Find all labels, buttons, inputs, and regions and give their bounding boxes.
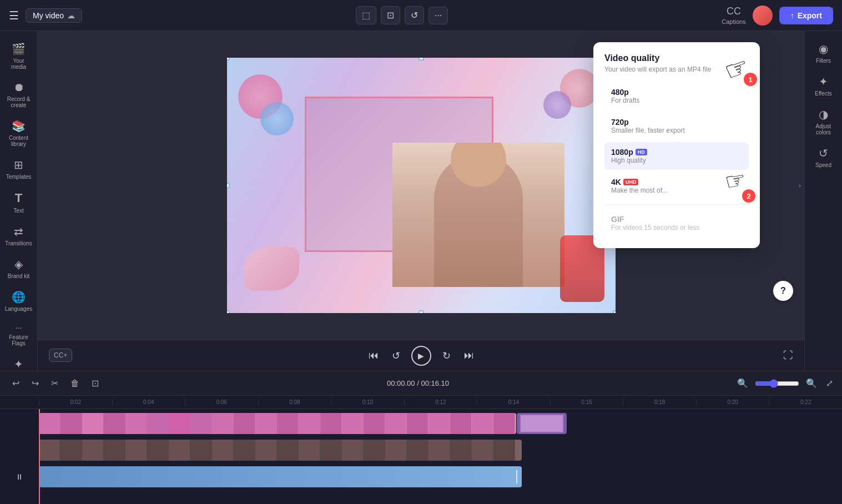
sidebar-item-record-create[interactable]: ⏺ Record &create [3, 77, 35, 113]
quality-1080p-desc: High quality [611, 157, 742, 164]
playhead[interactable] [39, 409, 40, 504]
menu-icon[interactable]: ☰ [9, 9, 19, 22]
sidebar-label-adjust-colors: Adjustcolors [816, 123, 831, 135]
project-title[interactable]: My video ☁ [26, 8, 82, 23]
rewind-button[interactable]: ↺ [390, 347, 402, 364]
forward-button[interactable]: ↻ [440, 347, 453, 364]
skip-start-button[interactable]: ⏮ [366, 347, 381, 364]
sidebar-label-record: Record &create [7, 96, 31, 108]
crop-tool-button[interactable]: ⬚ [356, 6, 376, 24]
export-icon: ↑ [790, 11, 794, 20]
ruler-2: 0:06 [185, 399, 258, 405]
filters-icon: ◉ [819, 42, 828, 56]
ruler-7: 0:16 [550, 399, 623, 405]
ruler-0: 0:02 [39, 399, 112, 405]
sidebar-label-effects: Effects [815, 90, 831, 97]
vq-title: Video quality [604, 53, 749, 63]
vq-subtitle: Your video will export as an MP4 file [604, 65, 749, 73]
redo-button[interactable]: ↪ [28, 376, 42, 391]
track-content-2[interactable] [39, 440, 842, 461]
sidebar-item-speed[interactable]: ↺ Speed [808, 142, 840, 173]
speed-icon: ↺ [819, 147, 828, 160]
captions-button[interactable]: CC Captions [722, 6, 745, 25]
skip-end-button[interactable]: ⏭ [462, 347, 476, 364]
record-icon: ⏺ [13, 81, 24, 94]
sidebar-item-filters[interactable]: ◉ Filters [808, 38, 840, 68]
topbar-right: CC Captions ↑ Export [722, 6, 833, 26]
user-avatar[interactable] [753, 6, 773, 26]
quality-480p-label: 480p [611, 88, 742, 97]
sidebar-label-filters: Filters [816, 58, 831, 64]
sidebar-label-text: Text [13, 208, 23, 214]
ruler-3: 0:08 [258, 399, 331, 405]
track-content-3[interactable] [39, 466, 842, 487]
sidebar-item-brand-kit[interactable]: ◈ Brand kit [3, 253, 35, 284]
inner-frame [305, 97, 493, 252]
uhd-badge: UHD [623, 179, 639, 185]
zoom-in-button[interactable]: 🔍 [803, 376, 820, 391]
handle-tl[interactable] [227, 58, 230, 61]
fluent-theme-icon: ✦ [14, 357, 23, 371]
sidebar-item-languages[interactable]: 🌐 Languages [3, 286, 35, 316]
fullscreen-button[interactable]: ⛶ [783, 350, 793, 361]
track-row-1 [0, 411, 842, 436]
handle-lm[interactable] [227, 183, 230, 188]
sidebar-item-content-library[interactable]: 📚 Contentlibrary [3, 115, 35, 152]
quality-option-720p[interactable]: 720p Smaller file, faster export [604, 112, 749, 140]
sidebar-item-fluent-theme[interactable]: ✦ FluentTheme [3, 353, 35, 371]
quality-option-480p[interactable]: 480p For drafts [604, 82, 749, 110]
track-label-3: ⏸ [0, 472, 39, 481]
rotate-tool-button[interactable]: ↺ [405, 6, 424, 24]
handle-bm[interactable] [419, 310, 424, 313]
ruler-marks: 0:02 0:04 0:06 0:08 0:10 0:12 0:14 0:16 … [39, 399, 842, 405]
undo-button[interactable]: ↩ [9, 376, 23, 391]
quality-720p-desc: Smaller file, faster export [611, 127, 742, 134]
track-row-2 [0, 438, 842, 462]
current-time: 00:00.00 [387, 379, 415, 387]
sidebar-item-your-media[interactable]: 🎬 Your media [3, 38, 35, 74]
zoom-slider[interactable] [755, 379, 799, 388]
expand-timeline-button[interactable]: ⤢ [826, 378, 833, 389]
quality-option-gif[interactable]: GIF For videos 15 seconds or less [604, 209, 749, 237]
topbar: ☰ My video ☁ ⬚ ⊡ ↺ ··· CC Captions ↑ Exp… [0, 0, 842, 31]
handle-bl[interactable] [227, 310, 230, 313]
export-button[interactable]: ↑ Export [779, 7, 833, 24]
ruler-10: 0:22 [769, 399, 842, 405]
duplicate-button[interactable]: ⊡ [88, 376, 102, 391]
delete-button[interactable]: 🗑 [67, 376, 83, 391]
track-content-1[interactable] [39, 413, 842, 434]
quality-option-4k[interactable]: 4K UHD Make the most of... [604, 172, 749, 200]
collapse-panel-arrow[interactable]: › [795, 172, 804, 199]
sidebar-item-effects[interactable]: ✦ Effects [808, 70, 840, 101]
ruler-5: 0:12 [404, 399, 477, 405]
sidebar-item-adjust-colors[interactable]: ◑ Adjustcolors [808, 103, 840, 140]
cc-button[interactable]: CC+ [49, 349, 72, 362]
sidebar-label-brand-kit: Brand kit [8, 273, 29, 279]
help-button[interactable]: ? [773, 281, 793, 301]
video-canvas[interactable] [227, 58, 616, 313]
resize-tool-button[interactable]: ⊡ [381, 6, 400, 24]
video-quality-dropdown: Video quality Your video will export as … [593, 42, 760, 248]
sidebar-label-feature-flags: FeatureFlags [9, 334, 28, 346]
handle-br[interactable] [613, 310, 616, 313]
sidebar-item-text[interactable]: T Text [3, 187, 35, 218]
main-area: 🎬 Your media ⏺ Record &create 📚 Contentl… [0, 31, 842, 371]
handle-tm[interactable] [419, 58, 424, 61]
sidebar-item-templates[interactable]: ⊞ Templates [3, 154, 35, 184]
cut-button[interactable]: ✂ [48, 376, 62, 391]
more-tools-button[interactable]: ··· [428, 7, 448, 24]
library-icon: 📚 [12, 119, 26, 133]
title-text: My video [33, 11, 64, 20]
timeline-expand-button[interactable]: ⌄ [829, 2, 835, 11]
save-icon: ☁ [67, 11, 75, 20]
timeline-toolbar: ↩ ↪ ✂ 🗑 ⊡ 00:00.00 / 00:16.10 🔍 🔍 ⤢ [0, 371, 842, 396]
play-pause-button[interactable]: ▶ [411, 346, 431, 366]
media-icon: 🎬 [12, 42, 26, 56]
quality-option-1080p[interactable]: 1080p HD High quality [604, 142, 749, 170]
zoom-out-button[interactable]: 🔍 [734, 376, 752, 391]
ruler-9: 0:20 [696, 399, 769, 405]
ruler-6: 0:14 [477, 399, 550, 405]
sidebar-item-transitions[interactable]: ⇄ Transitions [3, 220, 35, 251]
sidebar-label-transitions: Transitions [5, 240, 32, 246]
sidebar-item-feature-flags[interactable]: ··· FeatureFlags [3, 319, 35, 351]
